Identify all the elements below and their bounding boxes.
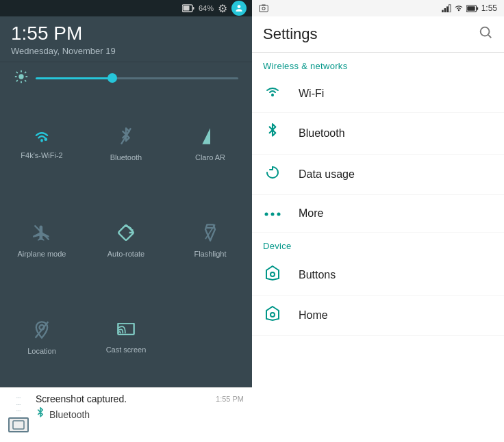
quick-tile-cast[interactable]: Cast screen <box>84 288 168 385</box>
photo-icon <box>259 4 268 12</box>
status-bar-icons: 64% ⚙ <box>182 1 247 16</box>
section-wireless: Wireless & networks <box>252 53 504 75</box>
left-panel: 64% ⚙ 1:55 PM Wednesday, November 19 <box>0 0 252 442</box>
svg-point-43 <box>270 272 275 276</box>
svg-point-39 <box>271 94 274 96</box>
quick-tiles-grid: F4k's-WiFi-2 Bluetooth Claro AR <box>0 94 252 387</box>
svg-point-3 <box>238 5 241 8</box>
bluetooth-label: Bluetooth <box>110 153 142 161</box>
svg-point-14 <box>45 138 48 141</box>
cast-icon <box>116 322 136 341</box>
location-icon <box>34 320 50 343</box>
right-panel: 1:55 Settings Wireless & networks <box>252 0 504 442</box>
svg-point-27 <box>262 7 265 10</box>
notification-card[interactable]: ········· Screenshot captured. 1:55 PM <box>8 393 244 432</box>
data-usage-icon <box>263 164 282 185</box>
home-icon <box>263 305 282 326</box>
signal-icon <box>202 127 218 149</box>
svg-rect-31 <box>446 6 449 12</box>
svg-rect-30 <box>444 8 446 12</box>
more-icon <box>263 205 282 222</box>
wifi-icon <box>32 128 51 147</box>
settings-title: Settings <box>263 25 318 43</box>
svg-rect-26 <box>260 5 268 12</box>
brightness-row <box>0 62 252 94</box>
settings-item-buttons[interactable]: Buttons <box>252 255 504 296</box>
right-status-bar: 1:55 <box>252 0 504 16</box>
svg-rect-32 <box>449 5 451 12</box>
svg-point-13 <box>40 140 43 142</box>
svg-point-33 <box>457 10 459 11</box>
bluetooth-settings-label: Bluetooth <box>299 127 345 140</box>
svg-point-41 <box>271 213 275 216</box>
svg-point-44 <box>270 313 275 317</box>
buttons-settings-label: Buttons <box>299 269 336 281</box>
svg-rect-36 <box>467 6 475 11</box>
flashlight-icon <box>203 223 218 246</box>
notif-icon-area: ········· <box>8 393 29 432</box>
quick-tile-signal[interactable]: Claro AR <box>168 94 252 191</box>
settings-item-bluetooth[interactable]: Bluetooth <box>252 113 504 155</box>
svg-rect-2 <box>183 6 189 11</box>
right-battery-icon <box>466 5 479 12</box>
settings-item-more[interactable]: More <box>252 195 504 233</box>
svg-line-11 <box>25 72 26 73</box>
date-display: Wednesday, November 19 <box>11 46 241 56</box>
quick-tile-wifi[interactable]: F4k's-WiFi-2 <box>0 94 84 191</box>
flashlight-label: Flashlight <box>194 250 226 258</box>
section-device: Device <box>252 233 504 255</box>
right-status-icons: 1:55 <box>442 3 497 13</box>
settings-list: Wireless & networks Wi-Fi Bluetooth <box>252 53 504 442</box>
right-time: 1:55 <box>481 3 497 13</box>
svg-point-4 <box>18 74 23 79</box>
svg-point-40 <box>265 213 268 216</box>
notif-time: 1:55 PM <box>216 395 244 403</box>
quick-tile-flashlight[interactable]: Flashlight <box>168 192 252 288</box>
svg-rect-25 <box>13 421 24 429</box>
bluetooth-notif-text: Bluetooth <box>49 409 90 420</box>
time-display: 1:55 PM <box>11 23 241 44</box>
brightness-icon <box>14 69 29 88</box>
svg-line-9 <box>16 72 18 73</box>
quick-tile-location[interactable]: Location <box>0 288 84 385</box>
bluetooth-notif-icon <box>36 407 45 422</box>
search-icon[interactable] <box>478 25 493 44</box>
airplane-label: Airplane mode <box>18 250 66 258</box>
airplane-icon <box>32 223 51 246</box>
brightness-slider[interactable] <box>36 77 238 79</box>
wifi-settings-icon <box>263 85 282 103</box>
quick-tile-airplane[interactable]: Airplane mode <box>0 192 84 288</box>
battery-icon <box>182 4 194 12</box>
signal-label: Claro AR <box>195 153 225 161</box>
rotate-icon <box>116 223 136 246</box>
notif-header: Screenshot captured. 1:55 PM <box>36 393 244 404</box>
svg-point-37 <box>481 27 490 36</box>
autorotate-label: Auto-rotate <box>108 250 144 258</box>
gear-icon[interactable]: ⚙ <box>218 2 227 15</box>
avatar[interactable] <box>231 1 247 16</box>
home-settings-label: Home <box>299 309 328 322</box>
data-settings-label: Data usage <box>299 168 355 181</box>
notification-area: ········· Screenshot captured. 1:55 PM <box>0 387 252 442</box>
settings-item-home[interactable]: Home <box>252 296 504 336</box>
notif-dots: ········· <box>16 395 21 415</box>
notif-title: Screenshot captured. <box>36 393 127 404</box>
settings-item-data[interactable]: Data usage <box>252 155 504 195</box>
quick-tile-bluetooth[interactable]: Bluetooth <box>84 94 168 191</box>
settings-item-wifi[interactable]: Wi-Fi <box>252 75 504 113</box>
left-status-bar: 64% ⚙ <box>0 0 252 16</box>
cast-label: Cast screen <box>106 346 147 354</box>
signal-bars-icon <box>442 4 451 12</box>
quick-tile-autorotate[interactable]: Auto-rotate <box>84 192 168 288</box>
svg-rect-29 <box>442 10 444 12</box>
more-settings-label: More <box>299 207 323 220</box>
svg-rect-35 <box>477 7 478 10</box>
screenshot-icon <box>8 417 29 432</box>
notif-content: Screenshot captured. 1:55 PM Bluetooth <box>36 393 244 422</box>
wifi-label: F4k's-WiFi-2 <box>21 151 62 159</box>
buttons-icon <box>263 265 282 285</box>
notif-sub: Bluetooth <box>36 407 244 422</box>
battery-percent: 64% <box>199 4 214 12</box>
svg-marker-16 <box>202 128 210 144</box>
svg-line-12 <box>16 80 18 81</box>
